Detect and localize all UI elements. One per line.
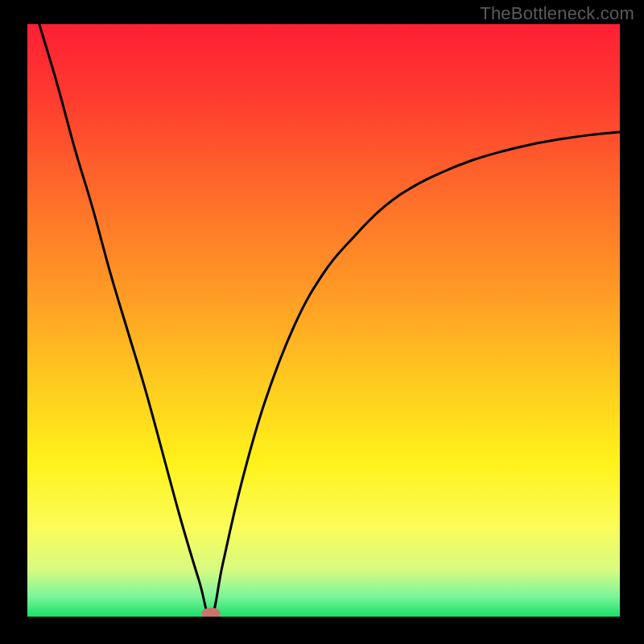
plot-area bbox=[27, 24, 620, 617]
plot-svg bbox=[27, 24, 620, 617]
watermark-text: TheBottleneck.com bbox=[480, 3, 634, 24]
chart-frame: TheBottleneck.com bbox=[0, 0, 644, 644]
gradient-background bbox=[27, 24, 620, 617]
